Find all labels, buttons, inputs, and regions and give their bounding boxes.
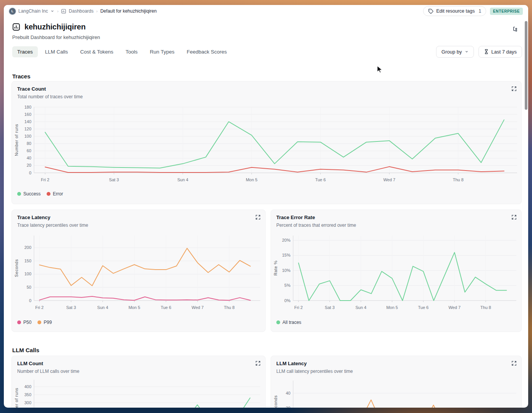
tab-run-types[interactable]: Run Types [145, 46, 179, 57]
svg-text:Sun 4: Sun 4 [177, 177, 188, 182]
svg-text:Seconds: Seconds [14, 259, 19, 277]
svg-text:Thu 8: Thu 8 [453, 177, 464, 182]
date-range-button[interactable]: Last 7 days [478, 46, 522, 58]
tab-traces[interactable]: Traces [12, 46, 38, 57]
tab-feedback-scores[interactable]: Feedback Scores [182, 46, 232, 57]
llm-count-chart[interactable]: 250300350400Number of runs [12, 378, 266, 408]
card-title: Trace Count [17, 86, 46, 92]
svg-text:120: 120 [24, 127, 31, 131]
svg-text:15%: 15% [282, 253, 290, 257]
svg-text:Sun 4: Sun 4 [355, 305, 367, 310]
section-heading-llm-calls: LLM Calls [12, 347, 39, 353]
tabs: Traces LLM Calls Cost & Tokens Tools Run… [12, 46, 232, 57]
success-dot [17, 192, 21, 196]
trace-latency-legend: P50 P99 [17, 320, 52, 325]
error-dot [47, 192, 50, 196]
p99-dot [37, 320, 41, 324]
expand-icon[interactable] [255, 361, 261, 367]
svg-text:30: 30 [286, 406, 290, 408]
legend-item-error[interactable]: Error [47, 191, 63, 197]
svg-text:300: 300 [24, 400, 31, 405]
svg-text:Number of runs: Number of runs [14, 124, 19, 156]
svg-text:350: 350 [24, 392, 31, 397]
svg-text:40: 40 [27, 156, 31, 160]
flow-tree-icon-button[interactable] [512, 26, 518, 34]
section-heading-traces: Traces [12, 73, 31, 80]
breadcrumb-dashboards[interactable]: Dashboards [69, 8, 94, 14]
trace-error-rate-legend: All traces [276, 320, 301, 325]
breadcrumb-bar: L LangChain Inc › Dashboards › Default f… [4, 5, 528, 17]
card-subtitle: Trace latency percentiles over time [17, 223, 88, 228]
svg-text:Sat 3: Sat 3 [66, 305, 76, 310]
expand-icon[interactable] [511, 86, 517, 93]
page-header: kehuzhichijiqiren Prebuilt Dashboard for… [12, 23, 100, 40]
page-subtitle: Prebuilt Dashboard for kehuzhichijiqiren [12, 34, 100, 40]
svg-text:0: 0 [29, 298, 31, 303]
edit-resource-tags-button[interactable]: Edit resource tags 1 [423, 6, 486, 16]
svg-text:Number of runs: Number of runs [14, 388, 19, 408]
edit-resource-tags-label: Edit resource tags [436, 8, 475, 14]
app-window: L LangChain Inc › Dashboards › Default f… [4, 5, 528, 408]
svg-text:0: 0 [29, 171, 31, 175]
expand-icon[interactable] [511, 215, 517, 221]
tabs-row: Traces LLM Calls Cost & Tokens Tools Run… [12, 45, 522, 59]
llm-latency-chart[interactable]: 3040Seconds [271, 378, 522, 408]
card-title: LLM Count [17, 361, 43, 366]
svg-text:20: 20 [27, 163, 31, 167]
legend-item-p99[interactable]: P99 [37, 320, 52, 325]
svg-text:60: 60 [27, 148, 31, 153]
svg-text:Fri 2: Fri 2 [35, 305, 44, 310]
svg-text:Wed 7: Wed 7 [448, 305, 461, 310]
svg-text:50: 50 [27, 285, 31, 289]
svg-text:5%: 5% [284, 283, 290, 288]
card-llm-latency: LLM Latency LLM call latency percentiles… [271, 356, 522, 408]
svg-text:40: 40 [286, 391, 290, 395]
svg-text:80: 80 [27, 141, 31, 146]
dashboard-icon [61, 9, 66, 14]
svg-text:20%: 20% [282, 238, 290, 242]
dashboard-chart-icon [12, 23, 20, 31]
card-title: LLM Latency [276, 361, 307, 366]
expand-icon[interactable] [255, 215, 261, 221]
group-by-button[interactable]: Group by [436, 46, 474, 58]
card-subtitle: LLM call latency percentiles over time [276, 369, 353, 374]
edit-resource-tags-count: 1 [478, 8, 481, 14]
svg-text:100: 100 [24, 134, 31, 138]
svg-text:150: 150 [24, 259, 31, 263]
group-by-label: Group by [441, 49, 462, 55]
svg-text:100: 100 [24, 272, 31, 276]
trace-latency-chart[interactable]: 050100150200Fri 2Sat 3Sun 4Mon 5Tue 6Wed… [12, 234, 266, 319]
breadcrumb: L LangChain Inc › Dashboards › Default f… [9, 8, 157, 15]
svg-text:Tue 6: Tue 6 [315, 177, 326, 182]
svg-text:Tue 6: Tue 6 [418, 305, 429, 310]
card-subtitle: Total number of traces over time [17, 94, 83, 99]
legend-item-p50[interactable]: P50 [17, 320, 31, 325]
tab-cost-tokens[interactable]: Cost & Tokens [75, 46, 118, 57]
enterprise-badge: ENTERPRISE [490, 8, 523, 15]
card-title: Trace Error Rate [276, 215, 315, 220]
svg-text:200: 200 [24, 245, 31, 250]
svg-text:Mon 5: Mon 5 [246, 177, 258, 182]
scrollbar-thumb[interactable] [525, 21, 527, 110]
card-trace-error-rate: Trace Error Rate Percent of traces that … [271, 210, 522, 332]
svg-text:160: 160 [24, 112, 31, 117]
svg-text:Sun 4: Sun 4 [97, 305, 108, 310]
org-avatar[interactable]: L [9, 8, 16, 15]
tab-llm-calls[interactable]: LLM Calls [40, 46, 73, 57]
tab-tools[interactable]: Tools [121, 46, 143, 57]
svg-text:Wed 7: Wed 7 [383, 177, 396, 182]
chevron-down-icon[interactable] [50, 9, 54, 13]
hourglass-icon [484, 49, 489, 54]
trace-error-rate-chart[interactable]: 0%5%10%15%20%Fri 2Sat 3Sun 4Mon 5Tue 6We… [271, 234, 522, 319]
trace-count-chart[interactable]: 020406080100120140160180Fri 2Sat 3Sun 4M… [12, 104, 522, 190]
svg-text:Sat 3: Sat 3 [109, 177, 119, 182]
svg-text:Tue 6: Tue 6 [161, 305, 171, 310]
legend-item-all-traces[interactable]: All traces [276, 320, 301, 325]
svg-text:Wed 7: Wed 7 [191, 305, 204, 310]
legend-item-success[interactable]: Success [17, 191, 41, 197]
expand-icon[interactable] [511, 361, 517, 367]
svg-text:Mon 5: Mon 5 [128, 305, 140, 310]
svg-text:Mon 5: Mon 5 [386, 305, 398, 310]
breadcrumb-org[interactable]: LangChain Inc [18, 8, 48, 14]
svg-text:0%: 0% [284, 298, 290, 303]
